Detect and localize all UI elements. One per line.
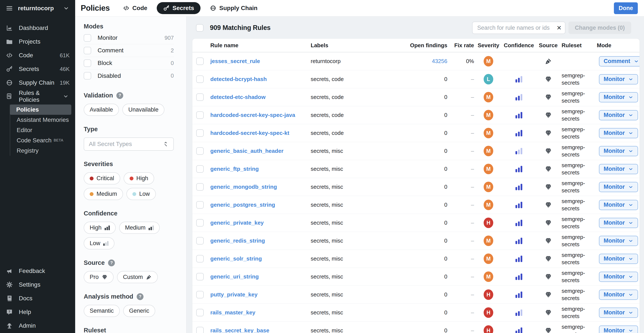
validation-pill-available[interactable]: Available [84,104,119,116]
sidebar-item-supply-chain[interactable]: Supply Chain19K [0,76,75,90]
mode-filter-monitor[interactable]: Monitor907 [84,32,174,44]
sidebar-subitem-assistant-memories[interactable]: Assistant Memories [10,115,75,125]
rule-name-link[interactable]: detected-bcrypt-hash [210,76,267,82]
source-pill-custom[interactable]: Custom [117,271,158,283]
mode-checkbox[interactable] [84,47,91,54]
rule-name-link[interactable]: generic_ftp_string [210,166,259,172]
tab-secrets[interactable]: Secrets [157,2,200,14]
done-button[interactable]: Done [614,2,638,14]
row-checkbox[interactable] [196,129,204,137]
mode-select[interactable]: Monitor [599,110,638,120]
secret-type-select[interactable]: All Secret Types [84,137,174,151]
org-switcher[interactable]: returntocorp [0,0,75,17]
mode-select[interactable]: Monitor [599,236,638,246]
row-checkbox[interactable] [196,147,204,155]
rule-name-link[interactable]: generic_redis_string [210,237,265,244]
rule-name-link[interactable]: hardcoded-secret-key-spec-java [210,112,295,118]
sidebar-item-feedback[interactable]: Feedback [0,264,75,278]
mode-checkbox[interactable] [84,59,91,67]
rule-name-link[interactable]: hardcoded-secret-key-spec-kt [210,130,289,136]
analysis-pill-semantic[interactable]: Semantic [84,305,120,317]
tab-supply-chain[interactable]: Supply Chain [210,5,258,12]
confidence-pill-low[interactable]: Low [84,237,114,249]
rule-name-link[interactable]: generic_solr_string [210,255,262,262]
sidebar-subitem-code-search[interactable]: Code SearchBETA [10,135,75,146]
mode-select[interactable]: Monitor [599,272,638,282]
row-checkbox[interactable] [196,58,204,65]
change-modes-button[interactable]: Change modes (0) [568,22,631,34]
row-checkbox[interactable] [196,237,204,244]
rule-name-link[interactable]: putty_private_key [210,291,258,298]
mode-select[interactable]: Monitor [599,146,638,156]
row-checkbox[interactable] [196,76,204,83]
mode-select[interactable]: Monitor [599,307,638,318]
severity-pill-medium[interactable]: Medium [84,188,123,200]
mode-select[interactable]: Monitor [599,325,638,333]
confidence-pill-medium[interactable]: Medium [119,222,160,234]
confidence-pill-high[interactable]: High [84,222,116,234]
row-checkbox[interactable] [196,309,204,316]
mode-select[interactable]: Monitor [599,128,638,138]
rule-name-link[interactable]: generic_uri_string [210,273,259,280]
row-checkbox[interactable] [196,219,204,227]
mode-filter-comment[interactable]: Comment2 [84,44,174,57]
source-pill-pro[interactable]: Pro [84,271,114,283]
mode-checkbox[interactable] [84,34,91,42]
mode-select[interactable]: Monitor [599,290,638,300]
validation-pill-unavailable[interactable]: Unavailable [122,104,164,116]
mode-select[interactable]: Monitor [599,164,638,174]
sidebar-item-admin[interactable]: Admin [0,319,75,332]
rule-name-link[interactable]: generic_postgres_string [210,202,275,208]
sidebar-item-secrets[interactable]: Secrets46K [0,62,75,76]
rule-name-link[interactable]: generic_mongodb_string [210,184,277,190]
sidebar-item-docs[interactable]: Docs [0,291,75,305]
sidebar-subitem-registry[interactable]: Registry [10,146,75,156]
analysis-pill-generic[interactable]: Generic [123,305,156,317]
mode-select[interactable]: Monitor [599,200,638,210]
mode-select[interactable]: Monitor [599,92,638,102]
row-checkbox[interactable] [196,93,204,101]
severity-pill-critical[interactable]: Critical [84,172,120,184]
mode-filter-block[interactable]: Block0 [84,57,174,70]
mode-select[interactable]: Monitor [599,182,638,192]
sidebar-subitem-policies[interactable]: Policies [10,105,71,115]
row-checkbox[interactable] [196,111,204,119]
sidebar-item-settings[interactable]: Settings [0,278,75,291]
rule-name-link[interactable]: jesses_secret_rule [210,58,260,64]
mode-checkbox[interactable] [84,72,91,80]
row-checkbox[interactable] [196,291,204,298]
open-findings-link[interactable]: 43256 [432,58,447,64]
sidebar-item-rules-policies[interactable]: Rules & Policies [0,90,75,103]
sidebar-subitem-editor[interactable]: Editor [10,125,75,135]
row-checkbox[interactable] [196,273,204,280]
tab-code[interactable]: Code [123,5,147,12]
help-icon[interactable]: ? [137,293,144,300]
row-checkbox[interactable] [196,255,204,262]
mode-select[interactable]: Monitor [599,218,638,228]
row-checkbox[interactable] [196,201,204,209]
select-all-checkbox[interactable] [196,24,204,32]
rule-name-link[interactable]: rails_master_key [210,309,256,316]
row-checkbox[interactable] [196,183,204,191]
severity-pill-low[interactable]: Low [126,188,156,200]
help-icon[interactable]: ? [108,259,115,266]
rule-name-link[interactable]: generic_basic_auth_header [210,148,284,154]
rule-search-input[interactable] [472,22,566,34]
hamburger-icon[interactable] [6,5,13,12]
sidebar-item-dashboard[interactable]: Dashboard [0,21,75,35]
row-checkbox[interactable] [196,327,204,333]
help-icon[interactable]: ? [116,92,123,99]
mode-select[interactable]: Comment [599,56,640,67]
rule-name-link[interactable]: rails_secret_key_base [210,327,269,333]
rule-name-link[interactable]: generic_private_key [210,219,264,226]
sidebar-item-code[interactable]: Code61K [0,49,75,62]
severity-pill-high[interactable]: High [124,172,154,184]
sidebar-item-help[interactable]: ?Help [0,305,75,319]
mode-filter-disabled[interactable]: Disabled0 [84,70,174,82]
rule-name-link[interactable]: detected-etc-shadow [210,94,266,100]
clear-search-icon[interactable]: ✕ [556,24,561,32]
row-checkbox[interactable] [196,165,204,173]
sidebar-item-projects[interactable]: Projects [0,35,75,49]
mode-select[interactable]: Monitor [599,74,638,84]
mode-select[interactable]: Monitor [599,254,638,264]
